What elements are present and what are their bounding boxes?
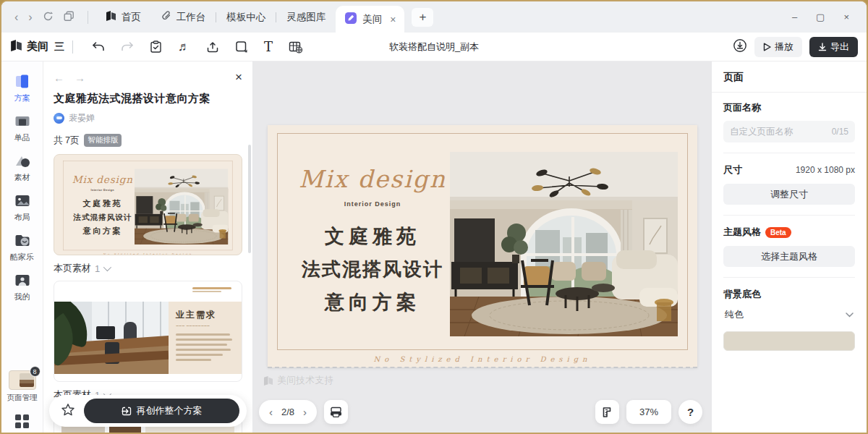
grid-view-icon[interactable] <box>15 414 29 428</box>
smart-layout-badge: 智能排版 <box>84 134 122 147</box>
sidebar-item-plans[interactable]: 方案 <box>1 69 43 109</box>
back-icon[interactable]: ‹ <box>14 12 18 23</box>
panel-action-bar: 再创作整个方案 <box>49 395 247 427</box>
refresh-icon[interactable] <box>43 11 54 24</box>
help-button[interactable]: ? <box>678 400 702 424</box>
sidebar-item-kujiale[interactable]: 酷家乐 <box>1 228 43 268</box>
page-count-badge: 8 <box>30 366 41 377</box>
plan-title: 文庭雅苑法式混搭设计意向方案 <box>54 92 242 106</box>
meijian-logo-icon <box>106 11 116 23</box>
panel-back-icon[interactable]: ← <box>54 72 64 84</box>
thumb2-logo <box>184 287 234 292</box>
tab-template-center[interactable]: 模板中心 <box>216 1 276 33</box>
forward-icon[interactable]: › <box>28 12 32 23</box>
close-icon[interactable]: × <box>843 12 849 22</box>
recreate-plan-button[interactable]: 再创作整个方案 <box>84 399 239 423</box>
star-icon[interactable] <box>61 403 75 420</box>
chevron-down-icon <box>103 263 111 271</box>
background-type-select[interactable]: 纯色 <box>723 304 855 326</box>
ruler-button[interactable] <box>595 400 619 424</box>
tab-inspiration[interactable]: 灵感图库 <box>276 1 336 33</box>
new-tab-button[interactable]: + <box>412 8 433 27</box>
sidebar-item-label: 酷家乐 <box>10 252 34 263</box>
slide-interior-photo[interactable] <box>450 152 678 336</box>
play-button[interactable]: 播放 <box>754 37 802 57</box>
tab-workbench-label: 工作台 <box>176 11 206 24</box>
prev-page-icon[interactable]: ‹ <box>269 406 273 418</box>
menu-icon[interactable]: 三 <box>54 41 65 54</box>
panel-forward-icon[interactable]: → <box>75 72 85 84</box>
tab-workbench[interactable]: 工作台 <box>151 1 216 33</box>
slide-subtitle-en: Interior Design <box>289 200 456 208</box>
char-counter: 0/15 <box>832 127 848 137</box>
tab-home[interactable]: 首页 <box>95 1 151 33</box>
minimize-icon[interactable]: – <box>792 12 797 22</box>
page-manage-thumbnail[interactable]: 8 <box>9 370 36 390</box>
clipboard-check-icon[interactable] <box>150 41 162 54</box>
pages-count: 共 7页 <box>54 135 79 147</box>
tab-close-icon[interactable]: × <box>390 14 396 25</box>
background-color-swatch[interactable] <box>723 331 855 351</box>
brand[interactable]: 美间 三 <box>10 40 65 54</box>
table-icon[interactable] <box>289 41 302 54</box>
page-assets-row-1[interactable]: 本页素材 1 <box>54 262 242 275</box>
sidebar-item-materials[interactable]: 素材 <box>1 148 43 188</box>
interior-room-illustration <box>450 152 678 336</box>
sidebar-item-label: 布局 <box>14 212 30 223</box>
design-canvas[interactable]: Mix design Interior Design 文庭雅苑 法式混搭风设计 … <box>253 61 711 434</box>
meijian-logo-icon <box>10 40 22 54</box>
slide-title-en: Mix design <box>289 165 456 193</box>
materials-icon <box>14 153 31 169</box>
background-color-label: 背景底色 <box>723 288 855 301</box>
tab-home-label: 首页 <box>122 11 141 24</box>
corner-ruler-icon <box>602 407 613 418</box>
shape-icon[interactable] <box>235 41 248 54</box>
panel-close-icon[interactable]: × <box>235 70 242 85</box>
panel-scrollbar[interactable] <box>248 145 251 253</box>
divider <box>723 153 855 153</box>
tab-meijian-label: 美间 <box>362 13 382 26</box>
undo-icon[interactable] <box>92 41 105 53</box>
music-icon[interactable]: ♬ <box>178 41 190 53</box>
redo-icon[interactable] <box>121 41 134 53</box>
beta-badge: Beta <box>765 227 791 238</box>
page-name-label: 页面名称 <box>723 101 855 114</box>
choose-theme-button[interactable]: 选择主题风格 <box>723 246 855 267</box>
background-type-value: 纯色 <box>725 308 744 321</box>
zoom-level[interactable]: 37% <box>626 400 671 424</box>
sidebar-item-items[interactable]: 单品 <box>1 109 43 148</box>
assets-label: 本页素材 <box>54 262 91 275</box>
upload-icon[interactable] <box>206 41 219 54</box>
slide-text-block[interactable]: Mix design Interior Design 文庭雅苑 法式混搭风设计 … <box>289 165 456 315</box>
tab-meijian-active[interactable]: 美间 × <box>336 6 404 33</box>
sidebar-item-layout[interactable]: 布局 <box>1 188 43 228</box>
page-navigator: ‹ 2/8 › <box>259 400 317 424</box>
duplicate-icon[interactable] <box>64 11 75 24</box>
sidebar-item-label: 素材 <box>14 172 30 183</box>
app-window: ‹ › 首页 工作台 模板中心 灵感图库 美间 × + – <box>0 0 868 434</box>
resize-button[interactable]: 调整尺寸 <box>723 184 855 205</box>
plans-icon <box>14 74 31 90</box>
maximize-icon[interactable]: ▢ <box>816 12 825 22</box>
page-thumbnail-1[interactable]: Mix design Interior Design 文庭雅苑 法式混搭风设计 … <box>54 154 242 255</box>
page-inspector: 页面 页面名称 0/15 尺寸 1920 x 1080 px 调整尺寸 主题风格… <box>711 61 867 434</box>
paperclip-icon <box>161 11 171 23</box>
author-name: 裴晏婵 <box>69 112 95 124</box>
thumb-interior-room-illustration <box>135 169 229 244</box>
next-page-icon[interactable]: › <box>303 406 307 418</box>
thumb2-title: 业主需求 <box>176 309 234 321</box>
export-icon <box>818 43 827 51</box>
page-name-input[interactable] <box>730 127 832 137</box>
page-thumbnail-2[interactable]: 业主需求 ~~~ ~~~~~~~~ <box>54 281 242 382</box>
page-list-button[interactable] <box>324 400 348 424</box>
sidebar-item-mine[interactable]: 我的 <box>1 268 43 307</box>
download-icon[interactable] <box>733 38 747 55</box>
text-icon[interactable]: T <box>264 41 273 54</box>
page-name-field[interactable]: 0/15 <box>723 121 855 142</box>
export-button[interactable]: 导出 <box>809 37 858 57</box>
divider <box>72 41 73 54</box>
slide-page[interactable]: Mix design Interior Design 文庭雅苑 法式混搭风设计 … <box>268 125 697 367</box>
divider <box>723 215 855 216</box>
thumb-slide-title-en: Mix design <box>68 174 137 186</box>
thumb2-paragraph <box>176 333 234 361</box>
